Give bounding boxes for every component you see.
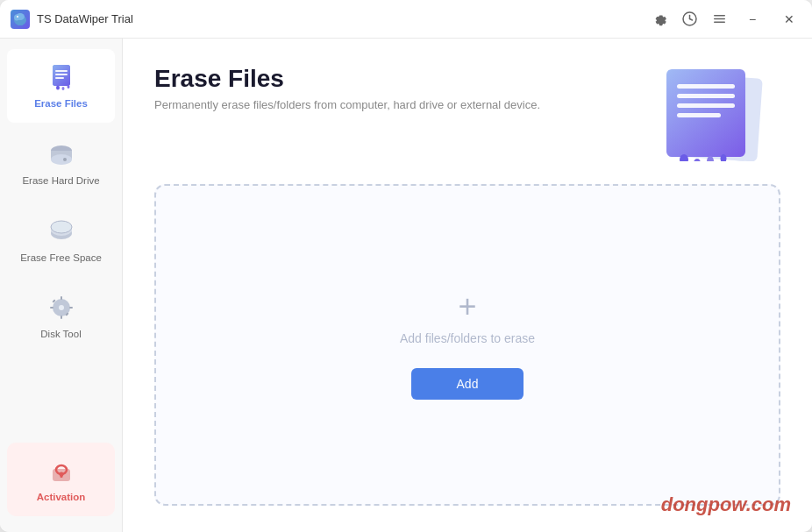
erase-free-space-icon <box>46 216 77 247</box>
svg-rect-9 <box>714 15 725 17</box>
svg-point-19 <box>67 85 69 89</box>
activation-icon <box>46 455 77 486</box>
svg-rect-39 <box>60 474 62 478</box>
activation-button[interactable]: Activation <box>7 443 115 516</box>
page-title: Erase Files <box>154 65 540 93</box>
svg-rect-44 <box>677 94 735 98</box>
sidebar-item-erase-files[interactable]: Erase Files <box>7 49 115 123</box>
content-header: Erase Files Permanently erase files/fold… <box>154 65 780 165</box>
svg-rect-11 <box>714 22 725 24</box>
content-title-block: Erase Files Permanently erase files/fold… <box>154 65 540 111</box>
svg-rect-45 <box>677 103 735 108</box>
sidebar-label-erase-free-space: Erase Free Space <box>20 252 102 265</box>
app-window: TS DataWiper Trial <box>0 0 812 532</box>
svg-point-48 <box>694 159 701 161</box>
sidebar-item-erase-free-space[interactable]: Erase Free Space <box>7 203 115 277</box>
app-title: TS DataWiper Trial <box>37 12 133 25</box>
sidebar-item-erase-hard-drive[interactable]: Erase Hard Drive <box>7 126 115 200</box>
sidebar-label-erase-hard-drive: Erase Hard Drive <box>22 175 99 188</box>
svg-point-29 <box>59 305 64 310</box>
titlebar: TS DataWiper Trial <box>0 0 812 39</box>
content-area: Erase Files Permanently erase files/fold… <box>123 39 812 532</box>
activation-label: Activation <box>37 492 86 504</box>
sidebar-item-disk-tool[interactable]: Disk Tool <box>7 280 115 353</box>
menu-icon[interactable] <box>710 11 728 28</box>
main-layout: Erase Files Erase Hard Drive <box>0 39 812 532</box>
sidebar-spacer <box>0 355 122 436</box>
svg-point-17 <box>56 86 60 90</box>
svg-rect-14 <box>55 70 68 72</box>
sidebar-label-disk-tool: Disk Tool <box>40 329 81 341</box>
sidebar: Erase Files Erase Hard Drive <box>0 39 123 532</box>
svg-rect-46 <box>677 113 721 117</box>
svg-point-22 <box>51 154 72 165</box>
dropzone-plus-icon: + <box>458 291 476 323</box>
dropzone[interactable]: + Add files/folders to erase Add <box>154 184 780 506</box>
titlebar-controls: − ✕ <box>651 7 801 32</box>
svg-line-8 <box>689 19 692 21</box>
add-button[interactable]: Add <box>411 368 524 400</box>
svg-point-23 <box>63 158 67 161</box>
app-icon <box>11 10 30 29</box>
erase-hard-drive-icon <box>46 138 77 170</box>
close-button[interactable]: ✕ <box>777 7 801 32</box>
svg-rect-33 <box>69 307 73 309</box>
clock-icon[interactable] <box>680 11 698 28</box>
svg-rect-5 <box>21 23 23 25</box>
sidebar-label-erase-files: Erase Files <box>34 98 88 110</box>
dropzone-label: Add files/folders to erase <box>400 331 535 345</box>
svg-rect-16 <box>55 77 64 79</box>
svg-point-3 <box>17 16 18 18</box>
svg-rect-43 <box>677 84 735 89</box>
titlebar-left: TS DataWiper Trial <box>11 10 133 29</box>
settings-icon[interactable] <box>651 11 668 28</box>
svg-rect-10 <box>714 18 725 20</box>
svg-rect-31 <box>61 316 62 319</box>
erase-files-icon <box>46 61 77 93</box>
minimize-button[interactable]: − <box>740 7 765 32</box>
svg-rect-15 <box>55 74 68 75</box>
svg-point-18 <box>61 87 64 90</box>
page-description: Permanently erase files/folders from com… <box>154 98 540 111</box>
svg-rect-4 <box>18 23 19 25</box>
disk-tool-icon <box>46 292 77 323</box>
svg-rect-30 <box>61 296 62 300</box>
header-illustration <box>631 65 780 165</box>
svg-rect-32 <box>50 307 53 309</box>
